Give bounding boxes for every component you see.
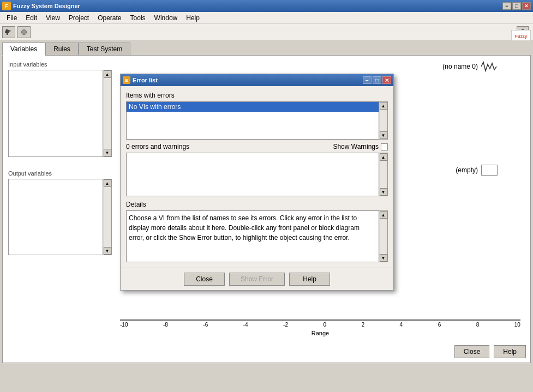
errors-textarea-container: ▲ ▼: [126, 153, 388, 196]
show-error-button[interactable]: Show Error: [229, 273, 285, 286]
errors-content: [127, 153, 379, 196]
list-item-no-vis[interactable]: No VIs with errors: [127, 102, 379, 112]
details-header: Details: [126, 201, 388, 208]
modal-minimize-button[interactable]: −: [363, 76, 372, 84]
modal-close-button[interactable]: ✕: [382, 76, 391, 84]
dialog-close-button[interactable]: Close: [184, 273, 225, 286]
modal-body: Items with errors No VIs with errors ▲ ▼…: [121, 86, 393, 268]
errors-count-label: 0 errors and warnings: [126, 143, 189, 150]
error-list-dialog: E Error list − □ ✕ Items with errors No …: [120, 74, 394, 291]
errors-scroll-down[interactable]: ▼: [380, 188, 387, 196]
details-textarea: Choose a VI from the list of names to se…: [126, 210, 379, 262]
details-scrollbar[interactable]: ▲ ▼: [379, 210, 388, 262]
modal-title: Error list: [133, 77, 158, 83]
errors-scroll-track[interactable]: [380, 161, 387, 188]
modal-footer: Close Show Error Help: [121, 268, 393, 290]
modal-controls: − □ ✕: [363, 76, 391, 84]
errors-textarea: [126, 153, 379, 196]
details-container: Choose a VI from the list of names to se…: [126, 210, 388, 262]
modal-maximize-button[interactable]: □: [373, 76, 381, 84]
items-scroll-track[interactable]: [380, 110, 387, 131]
show-warnings-label: Show Warnings: [333, 143, 379, 150]
items-list-container: No VIs with errors ▲ ▼: [126, 101, 388, 140]
details-section: Details Choose a VI from the list of nam…: [126, 201, 388, 262]
details-scroll-up[interactable]: ▲: [380, 211, 387, 219]
errors-scrollbar[interactable]: ▲ ▼: [379, 153, 388, 196]
details-scroll-down[interactable]: ▼: [380, 254, 387, 262]
details-scroll-track[interactable]: [380, 219, 387, 254]
show-warnings-row: Show Warnings: [333, 143, 388, 150]
items-list-box: No VIs with errors: [126, 101, 379, 140]
modal-titlebar: E Error list − □ ✕: [121, 74, 393, 86]
modal-titlebar-left: E Error list: [123, 76, 158, 84]
errors-row: 0 errors and warnings Show Warnings: [126, 143, 388, 150]
items-scroll-down[interactable]: ▼: [380, 131, 387, 139]
items-list-scrollbar[interactable]: ▲ ▼: [379, 101, 388, 140]
show-warnings-checkbox[interactable]: [381, 143, 388, 150]
details-content: Choose a VI from the list of names to se…: [127, 211, 379, 245]
dialog-help-button[interactable]: Help: [289, 273, 330, 286]
errors-scroll-up[interactable]: ▲: [380, 153, 387, 161]
modal-icon: E: [123, 76, 130, 84]
modal-overlay: E Error list − □ ✕ Items with errors No …: [0, 0, 533, 392]
items-scroll-up[interactable]: ▲: [380, 102, 387, 110]
items-with-errors-header: Items with errors: [126, 92, 388, 99]
